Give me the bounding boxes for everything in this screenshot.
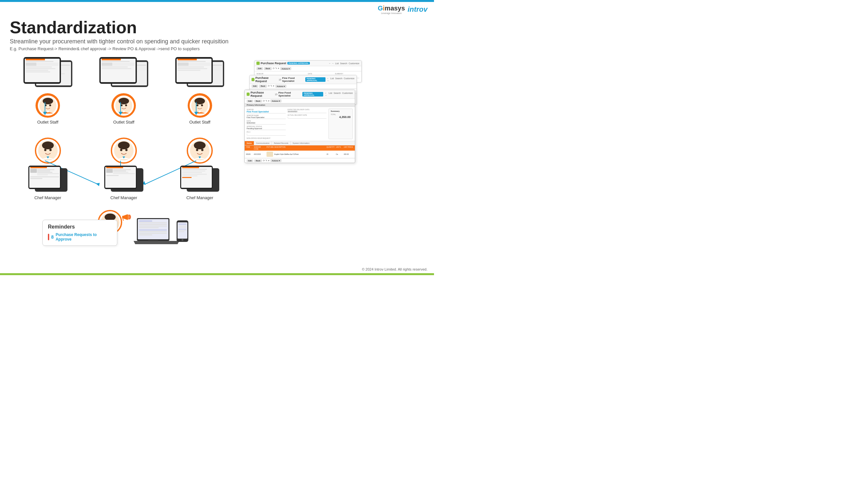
- pr-toolbar-front[interactable]: Edit Back ⟳ ✎ ▾ Actions ▾: [245, 99, 355, 103]
- chef-unit-1: Chef Manager: [28, 138, 67, 200]
- pr-tab-related[interactable]: Related Records: [272, 141, 291, 145]
- outlet-face-3: [191, 96, 209, 115]
- outlet-tablet-3: [175, 57, 224, 91]
- svg-point-17: [49, 104, 51, 106]
- svg-rect-70: [179, 224, 186, 225]
- svg-rect-71: [179, 226, 186, 226]
- outlet-label-3: Outlet Staff: [189, 120, 211, 124]
- subtitle: Streamline your procurement with tighter…: [10, 38, 424, 45]
- outlet-avatar-3: [188, 93, 212, 118]
- svg-rect-65: [139, 233, 167, 234]
- pr-title-mid: Purchase Request: [255, 76, 278, 83]
- svg-point-34: [44, 149, 46, 151]
- svg-rect-74: [179, 230, 186, 231]
- svg-point-37: [118, 142, 130, 149]
- svg-rect-63: [139, 230, 167, 230]
- svg-rect-75: [179, 231, 184, 232]
- chef-face-2: [114, 140, 134, 161]
- svg-rect-64: [139, 231, 167, 232]
- pr-tabs-area: Items Communication Related Records Syst…: [245, 141, 355, 158]
- laptop-illustration: [132, 217, 181, 250]
- logo-area: Gimasys Leverage Innovation introv: [378, 5, 428, 15]
- pr-toolbar-back[interactable]: Edit Back ⟳ ✎ ▾ Actions ▾: [254, 66, 361, 71]
- pr-badge-front: PENDING APPROVAL: [302, 92, 323, 96]
- pr-tabs[interactable]: Items Communication Related Records Syst…: [245, 141, 355, 145]
- chef-tablet-3: [180, 166, 219, 193]
- chef-label-3: Chef Manager: [186, 195, 213, 200]
- svg-rect-66: [139, 234, 152, 235]
- svg-rect-54: [122, 216, 123, 219]
- phone-illustration: [176, 220, 189, 244]
- megaphone-icon: [122, 213, 132, 223]
- pr-edit-bottom[interactable]: Edit: [247, 160, 253, 162]
- chef-face-1: [37, 140, 58, 161]
- svg-point-39: [130, 149, 133, 152]
- outlet-face-1: [39, 96, 57, 115]
- svg-point-76: [182, 239, 183, 241]
- reminders-title: Reminders: [48, 224, 112, 230]
- pr-actions-btn[interactable]: Actions ▾: [280, 67, 291, 70]
- outlet-row: Outlet Staff: [10, 57, 238, 124]
- chef-tablet-2: [104, 166, 143, 193]
- pr-nav-mid: ← → List Search Customize: [327, 77, 354, 82]
- footer: © 2024 Introv Limited. All rights reserv…: [362, 267, 428, 271]
- svg-point-47: [202, 149, 204, 151]
- reminder-item: 8 Purchase Requests to Approve: [48, 232, 112, 241]
- chef-unit-3: Chef Manager: [180, 138, 219, 200]
- pr-back-bottom[interactable]: Back: [254, 160, 261, 162]
- pr-back-front[interactable]: Back: [254, 100, 261, 103]
- pr-edit-front[interactable]: Edit: [247, 100, 253, 103]
- svg-point-33: [54, 149, 57, 152]
- logo-introv: introv: [408, 5, 428, 14]
- outlet-avatar-2: [112, 93, 136, 118]
- svg-point-27: [205, 104, 208, 107]
- svg-point-32: [39, 149, 42, 152]
- pr-edit-btn-mid[interactable]: Edit: [251, 85, 258, 88]
- pr-nav-back: ← → List Search Customize: [329, 62, 360, 64]
- pr-fields-area: VENDOR Fine Food Specialist VENDOR NAME …: [245, 107, 355, 141]
- pr-tab-comm[interactable]: Communication: [254, 141, 272, 145]
- svg-point-43: [194, 142, 206, 149]
- title-section: Standardization Streamline your procurem…: [10, 18, 424, 51]
- pr-badge-back: PENDING APPROVAL: [287, 62, 310, 64]
- outlet-face-2: [115, 96, 133, 115]
- bottom-bar: [0, 273, 434, 275]
- reminders-box: Reminders 8 Purchase Requests to Approve: [42, 220, 117, 246]
- svg-rect-60: [139, 224, 167, 225]
- outlet-unit-3: Outlet Staff: [175, 57, 224, 124]
- pr-icon-small: [256, 62, 260, 65]
- pr-back-btn-mid[interactable]: Back: [259, 85, 267, 88]
- svg-point-21: [129, 104, 132, 107]
- pr-icon-front: [247, 93, 250, 96]
- svg-point-25: [194, 98, 205, 104]
- outlet-tablet-1: [24, 57, 72, 91]
- chef-face-3: [189, 140, 210, 161]
- pr-tab-items[interactable]: Items: [245, 141, 254, 145]
- laptop-svg: [132, 217, 181, 249]
- svg-point-22: [121, 104, 123, 106]
- svg-rect-62: [139, 227, 159, 228]
- chef-avatar-1: [35, 138, 61, 164]
- svg-line-55: [123, 219, 123, 221]
- chef-avatar-2: [111, 138, 137, 164]
- outlet-label-2: Outlet Staff: [114, 120, 134, 124]
- chef-label-2: Chef Manager: [111, 195, 137, 200]
- pr-nav-front: ← → List Search Customize: [324, 92, 353, 96]
- svg-rect-57: [138, 219, 168, 239]
- svg-point-29: [201, 104, 203, 106]
- pr-toolbar-mid[interactable]: Edit Back ⟳ ✎ ▾ Actions ▾: [250, 84, 356, 89]
- svg-point-46: [196, 149, 198, 151]
- reminder-bar: [48, 234, 49, 240]
- example-text: E.g. Purchase Request-> Reminder& chef a…: [10, 46, 424, 51]
- megaphone-svg: [122, 213, 132, 222]
- pr-table-row: 93100 ASC2023 English Style Waffles 6pc*…: [245, 151, 355, 158]
- svg-point-45: [206, 149, 209, 152]
- pr-back-btn[interactable]: Back: [264, 67, 271, 70]
- pr-title-back: Purchase Request: [261, 62, 286, 65]
- pr-edit-btn[interactable]: Edit: [256, 67, 263, 70]
- pr-bottom-toolbar[interactable]: Edit Back ⟳ ✎ ▾ Actions ▾: [245, 158, 355, 163]
- pr-tab-system[interactable]: System Information: [291, 141, 311, 145]
- pr-icon-mid: [251, 78, 254, 81]
- pr-section-header-front: Primary Information: [245, 103, 355, 107]
- svg-rect-59: [139, 222, 167, 223]
